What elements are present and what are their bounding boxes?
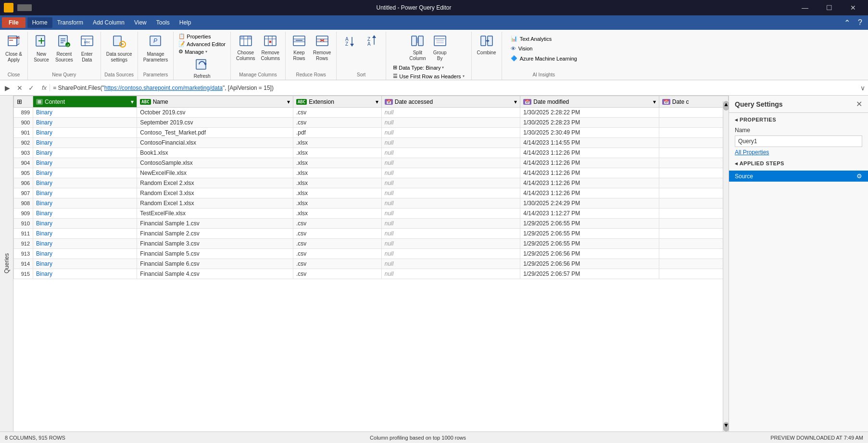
binary-link[interactable]: Binary — [36, 220, 52, 227]
binary-link[interactable]: Binary — [36, 119, 52, 126]
text-analytics-button[interactable]: 📊 Text Analytics — [509, 35, 554, 43]
date-accessed-value: null — [385, 129, 394, 136]
sort-za-button[interactable]: Z A — [362, 33, 383, 50]
scroll-up-arrow[interactable]: ▲ — [723, 101, 729, 111]
maximize-button[interactable]: ☐ — [818, 0, 840, 15]
date-modified-cell: 4/14/2023 1:12:26 PM — [520, 178, 659, 188]
recent-sources-button[interactable]: ↺ Recent Sources — [53, 33, 75, 64]
binary-link[interactable]: Binary — [36, 210, 52, 217]
row-num-cell: 902 — [14, 138, 33, 148]
date-modified-cell: 1/29/2025 2:06:56 PM — [520, 249, 659, 259]
step-source-gear[interactable]: ⚙ — [856, 172, 862, 180]
keep-rows-button[interactable]: Keep Rows — [289, 33, 310, 63]
table-row: 899 Binary October 2019.csv .csv null 1/… — [14, 108, 729, 118]
file-menu[interactable]: File — [2, 17, 25, 28]
step-source[interactable]: Source ⚙ — [729, 171, 868, 182]
binary-link[interactable]: Binary — [36, 240, 52, 247]
close-apply-button[interactable]: Close & Apply — [3, 33, 25, 64]
refresh-preview-label: Refresh Preview — [193, 74, 211, 80]
date-modified-cell: 1/29/2025 2:06:55 PM — [520, 219, 659, 229]
data-type-button[interactable]: ⊞ Data Type: Binary ▾ — [391, 64, 466, 71]
svg-text:P: P — [153, 37, 157, 44]
date-created-cell — [659, 239, 728, 249]
svg-rect-8 — [9, 40, 13, 41]
refresh-preview-button[interactable]: Refresh Preview — [189, 56, 215, 80]
collapse-ribbon-button[interactable]: ⌃ — [840, 16, 854, 29]
name-cell: Contoso_Test_Market.pdf — [137, 128, 293, 138]
binary-link[interactable]: Binary — [36, 160, 52, 166]
azure-ml-button[interactable]: 🔷 Azure Machine Learning — [509, 54, 579, 62]
query-name-input[interactable] — [735, 135, 862, 147]
all-properties-link[interactable]: All Properties — [729, 148, 868, 157]
content-col-filter[interactable]: ▾ — [131, 98, 134, 105]
date-accessed-cell: null — [381, 259, 520, 269]
binary-link[interactable]: Binary — [36, 109, 52, 116]
choose-columns-button[interactable]: Choose Columns — [234, 33, 257, 63]
group-by-button[interactable]: Group By — [429, 33, 451, 63]
binary-link[interactable]: Binary — [36, 139, 52, 146]
app-icon — [4, 3, 13, 12]
binary-link[interactable]: Binary — [36, 170, 52, 176]
binary-link[interactable]: Binary — [36, 190, 52, 197]
sort-az-button[interactable]: A Z — [340, 33, 361, 50]
formula-cancel-button[interactable]: ✕ — [15, 84, 25, 92]
close-button[interactable]: ✕ — [842, 0, 864, 15]
expand-all-icon[interactable]: ⊞ — [17, 98, 22, 105]
new-source-button[interactable]: New Source — [31, 33, 52, 64]
app-title: Untitled - Power Query Editor — [38, 4, 790, 11]
scroll-down-arrow[interactable]: ▼ — [723, 422, 729, 431]
home-menu[interactable]: Home — [27, 17, 52, 28]
extension-col-filter[interactable]: ▾ — [376, 98, 378, 105]
date-accessed-type-badge: 📅 — [385, 99, 393, 105]
formula-input[interactable]: = SharePoint.Files("https://contoso.shar… — [53, 85, 857, 91]
remove-columns-button[interactable]: Remove Columns — [259, 33, 282, 63]
grid-scroll[interactable]: ⊞ ⊞ Content ▾ ABC — [13, 96, 729, 431]
properties-button[interactable]: 📋 Properties — [176, 33, 213, 40]
combine-button[interactable]: Combine — [475, 33, 499, 57]
binary-link[interactable]: Binary — [36, 180, 52, 186]
date-modified-cell: 1/30/2025 2:24:29 PM — [520, 198, 659, 209]
svg-text:|: | — [417, 37, 418, 43]
transform-menu[interactable]: Transform — [52, 17, 88, 28]
reduce-rows-group-label: Reduce Rows — [296, 71, 326, 79]
binary-link[interactable]: Binary — [36, 149, 52, 156]
date-modified-col-filter[interactable]: ▾ — [653, 98, 656, 105]
sharepoint-url[interactable]: https://contoso.sharepoint.com/marketing… — [104, 85, 223, 91]
view-menu[interactable]: View — [129, 17, 151, 28]
binary-link[interactable]: Binary — [36, 260, 52, 267]
binary-link[interactable]: Binary — [36, 200, 52, 207]
use-first-row-icon: ☰ — [393, 73, 398, 79]
query-settings-close-button[interactable]: ✕ — [856, 99, 862, 109]
date-accessed-value: null — [385, 271, 394, 277]
remove-rows-button[interactable]: Remove Rows — [311, 33, 333, 63]
vision-button[interactable]: 👁 Vision — [509, 45, 535, 52]
formula-confirm-button[interactable]: ✓ — [26, 84, 36, 92]
queries-panel[interactable]: Queries — [0, 96, 13, 431]
binary-link[interactable]: Binary — [36, 230, 52, 237]
date-modified-cell: 1/29/2025 2:06:57 PM — [520, 269, 659, 279]
use-first-row-button[interactable]: ☰ Use First Row as Headers ▾ — [391, 73, 466, 80]
binary-link[interactable]: Binary — [36, 271, 52, 277]
manage-button[interactable]: ⚙ Manage ▾ — [176, 48, 209, 55]
date-accessed-col-filter[interactable]: ▾ — [514, 98, 517, 105]
formula-collapse-button[interactable]: ∨ — [860, 84, 865, 92]
tools-menu[interactable]: Tools — [151, 17, 175, 28]
data-source-settings-button[interactable]: Data source settings — [104, 33, 135, 64]
minimize-button[interactable]: — — [794, 0, 816, 15]
menu-bar: File Home Transform Add Column View Tool… — [0, 15, 868, 30]
vertical-scrollbar[interactable]: ▲ ▼ — [723, 101, 729, 431]
expand-panel-button[interactable]: ▶ — [3, 83, 12, 93]
advanced-editor-button[interactable]: 📝 Advanced Editor — [176, 40, 227, 48]
enter-data-button[interactable]: abc Enter Data — [76, 33, 98, 64]
binary-link[interactable]: Binary — [36, 129, 52, 136]
manage-parameters-button[interactable]: P Manage Parameters — [141, 33, 171, 64]
extension-cell: .csv — [293, 239, 381, 249]
add-column-menu[interactable]: Add Column — [88, 17, 129, 28]
binary-link[interactable]: Binary — [36, 250, 52, 257]
help-icon-button[interactable]: ? — [854, 16, 866, 29]
help-menu[interactable]: Help — [175, 17, 196, 28]
keep-rows-label: Keep Rows — [293, 50, 305, 62]
extension-cell: .xlsx — [293, 148, 381, 158]
split-column-button[interactable]: | Split Column — [407, 33, 428, 63]
name-col-filter[interactable]: ▾ — [287, 98, 290, 105]
